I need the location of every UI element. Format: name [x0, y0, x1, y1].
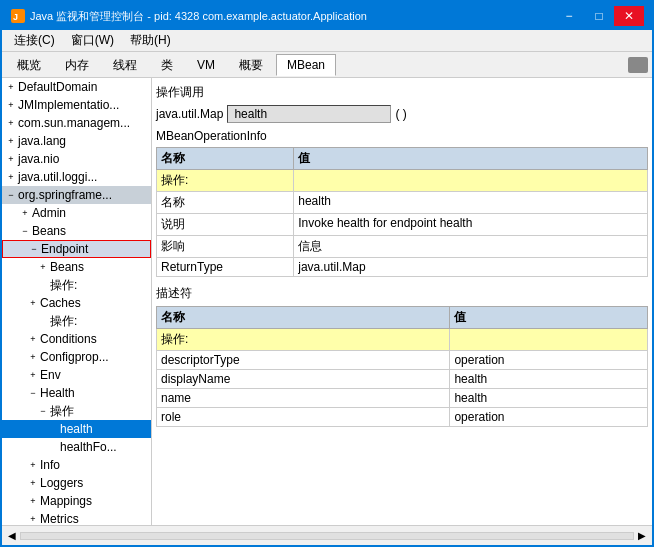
cell-value: operation [450, 408, 648, 427]
svg-text:J: J [13, 12, 18, 22]
cell-name: 操作: [157, 329, 450, 351]
tree-item-label: com.sun.managem... [18, 116, 130, 130]
menu-bar: 连接(C) 窗口(W) 帮助(H) [2, 30, 652, 52]
health-input[interactable] [227, 105, 391, 123]
menu-window[interactable]: 窗口(W) [63, 30, 122, 51]
cell-value: health [450, 370, 648, 389]
tree-item-label: health [60, 422, 93, 436]
expand-icon: + [4, 98, 18, 112]
app-icon: J [10, 8, 26, 24]
tree-defaultdomain[interactable]: + DefaultDomain [2, 78, 151, 96]
tree-item-label: Loggers [40, 476, 83, 490]
operation-row: java.util.Map ( ) [156, 105, 648, 123]
expand-icon: + [26, 512, 40, 525]
expand-icon: − [36, 404, 50, 418]
tree-item-label: Caches [40, 296, 81, 310]
table-row: displayName health [157, 370, 648, 389]
scroll-right-button[interactable]: ▶ [636, 530, 648, 541]
tree-actions-endpoint[interactable]: 操作: [2, 276, 151, 294]
menu-help[interactable]: 帮助(H) [122, 30, 179, 51]
tree-caches[interactable]: + Caches [2, 294, 151, 312]
expand-icon: + [4, 116, 18, 130]
window-controls: − □ ✕ [554, 6, 644, 26]
operation-type: java.util.Map [156, 107, 223, 121]
tab-summary[interactable]: 概要 [228, 54, 274, 76]
cell-value: 信息 [294, 236, 648, 258]
tree-health-node[interactable]: health [2, 420, 151, 438]
table-row: name health [157, 389, 648, 408]
tree-item-label: Metrics [40, 512, 79, 525]
tree-admin[interactable]: + Admin [2, 204, 151, 222]
expand-icon: + [26, 368, 40, 382]
expand-icon: + [4, 134, 18, 148]
tree-item-label: java.lang [18, 134, 66, 148]
tree-mappings[interactable]: + Mappings [2, 492, 151, 510]
tree-java-nio[interactable]: + java.nio [2, 150, 151, 168]
cell-name: role [157, 408, 450, 427]
expand-icon: + [26, 476, 40, 490]
expand-icon: + [26, 296, 40, 310]
col-header-value: 值 [450, 307, 648, 329]
expand-icon: + [4, 170, 18, 184]
expand-icon: − [26, 386, 40, 400]
content-panel: 操作调用 java.util.Map ( ) MBeanOperationInf… [152, 78, 652, 525]
tree-item-label: java.nio [18, 152, 59, 166]
tree-env[interactable]: + Env [2, 366, 151, 384]
cell-name: 影响 [157, 236, 294, 258]
tab-vm[interactable]: VM [186, 54, 226, 76]
restore-button[interactable]: □ [584, 6, 614, 26]
title-bar: J Java 监视和管理控制台 - pid: 4328 com.example.… [2, 2, 652, 30]
tab-mbean[interactable]: MBean [276, 54, 336, 76]
table-row: 影响 信息 [157, 236, 648, 258]
tree-com-sun[interactable]: + com.sun.managem... [2, 114, 151, 132]
cell-value: health [450, 389, 648, 408]
sidebar: + DefaultDomain + JMImplementatio... + c… [2, 78, 152, 525]
cell-value [450, 329, 648, 351]
tab-threads[interactable]: 线程 [102, 54, 148, 76]
operation-section-label: 操作调用 [156, 84, 648, 101]
cell-name: 名称 [157, 192, 294, 214]
tree-item-label: Conditions [40, 332, 97, 346]
tab-overview[interactable]: 概览 [6, 54, 52, 76]
cell-name: descriptorType [157, 351, 450, 370]
tree-health[interactable]: − Health [2, 384, 151, 402]
tree-item-label: Health [40, 386, 75, 400]
table-row: 操作: [157, 170, 648, 192]
cell-value: java.util.Map [294, 258, 648, 277]
tree-beans-sub[interactable]: + Beans [2, 258, 151, 276]
table-row: role operation [157, 408, 648, 427]
expand-icon: + [26, 332, 40, 346]
expand-icon: + [26, 350, 40, 364]
tree-org-springframework[interactable]: − org.springframe... [2, 186, 151, 204]
tree-conditions[interactable]: + Conditions [2, 330, 151, 348]
tree-loggers[interactable]: + Loggers [2, 474, 151, 492]
table-row: descriptorType operation [157, 351, 648, 370]
table-row: 操作: [157, 329, 648, 351]
expand-icon [46, 422, 60, 436]
expand-icon [36, 278, 50, 292]
minimize-button[interactable]: − [554, 6, 584, 26]
tree-info[interactable]: + Info [2, 456, 151, 474]
cell-name: 操作: [157, 170, 294, 192]
close-button[interactable]: ✕ [614, 6, 644, 26]
tree-beans[interactable]: − Beans [2, 222, 151, 240]
tree-actions-health[interactable]: − 操作 [2, 402, 151, 420]
tree-java-lang[interactable]: + java.lang [2, 132, 151, 150]
tree-java-util-logging[interactable]: + java.util.loggi... [2, 168, 151, 186]
tree-item-label: healthFo... [60, 440, 117, 454]
tree-endpoint[interactable]: − Endpoint [2, 240, 151, 258]
connection-indicator [628, 57, 648, 73]
tree-item-label: DefaultDomain [18, 80, 97, 94]
menu-connect[interactable]: 连接(C) [6, 30, 63, 51]
expand-icon: − [18, 224, 32, 238]
tree-jmimplementation[interactable]: + JMImplementatio... [2, 96, 151, 114]
tree-healthfo[interactable]: healthFo... [2, 438, 151, 456]
tree-actions-caches[interactable]: 操作: [2, 312, 151, 330]
tree-configprop[interactable]: + Configprop... [2, 348, 151, 366]
tree-item-label: Beans [50, 260, 84, 274]
tab-memory[interactable]: 内存 [54, 54, 100, 76]
scroll-track[interactable] [20, 532, 634, 540]
scroll-left-button[interactable]: ◀ [6, 530, 18, 541]
tree-metrics[interactable]: + Metrics [2, 510, 151, 525]
tab-classes[interactable]: 类 [150, 54, 184, 76]
